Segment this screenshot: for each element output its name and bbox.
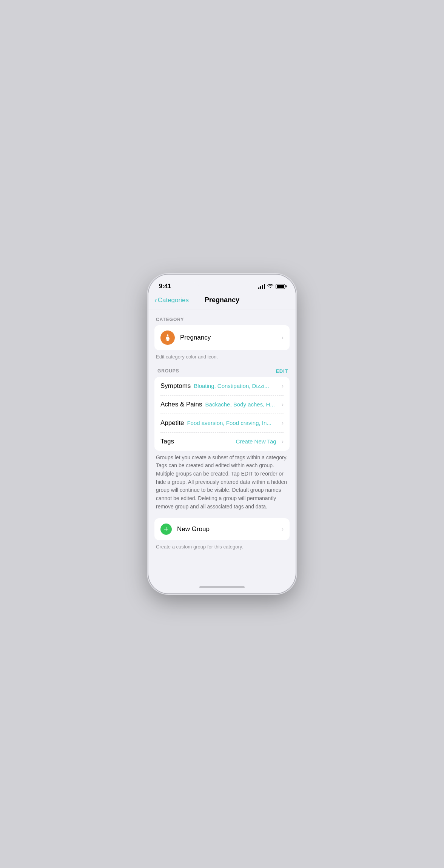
new-group-card: + New Group › (154, 518, 290, 540)
back-chevron-icon: ‹ (154, 296, 157, 304)
appetite-tags: Food aversion, Food craving, In... (187, 420, 278, 426)
new-group-row[interactable]: + New Group › (154, 518, 290, 540)
pregnancy-svg (163, 334, 172, 342)
category-chevron-icon: › (282, 334, 284, 341)
category-card: Pregnancy › (154, 325, 290, 350)
tags-label: Tags (160, 438, 236, 445)
tags-chevron-icon: › (282, 438, 284, 445)
category-section-label: CATEGORY (154, 317, 290, 322)
status-icons (258, 283, 285, 289)
category-row[interactable]: Pregnancy › (154, 325, 290, 350)
create-new-tag-link[interactable]: Create New Tag (236, 438, 276, 445)
pregnancy-icon (160, 331, 175, 345)
page-title: Pregnancy (205, 296, 239, 304)
notch (194, 275, 250, 286)
new-group-hint: Create a custom group for this category. (154, 543, 290, 551)
groups-card: Symptoms Bloating, Constipation, Dizzi..… (154, 377, 290, 451)
symptoms-label: Symptoms (160, 382, 191, 390)
new-group-chevron-icon: › (282, 526, 284, 533)
battery-icon (276, 284, 285, 289)
symptoms-tags: Bloating, Constipation, Dizzi... (194, 383, 278, 389)
appetite-row[interactable]: Appetite Food aversion, Food craving, In… (154, 414, 290, 432)
signal-icon (258, 284, 265, 289)
symptoms-row[interactable]: Symptoms Bloating, Constipation, Dizzi..… (154, 377, 290, 395)
home-indicator (148, 581, 296, 593)
home-bar (199, 586, 245, 588)
aches-label: Aches & Pains (160, 401, 202, 408)
aches-chevron-icon: › (282, 401, 284, 408)
wifi-icon (267, 283, 273, 289)
back-button[interactable]: ‹ Categories (154, 296, 189, 304)
tags-row[interactable]: Tags Create New Tag › (154, 432, 290, 451)
symptoms-chevron-icon: › (282, 383, 284, 389)
svg-point-0 (167, 334, 169, 336)
scroll-content: CATEGORY Pregnancy › Edit category color… (148, 309, 296, 581)
edit-button[interactable]: EDIT (276, 368, 288, 374)
groups-description: Groups let you create a subset of tags w… (154, 454, 290, 511)
appetite-chevron-icon: › (282, 420, 284, 426)
phone-shell: 9:41 ‹ Categories (148, 275, 296, 593)
aches-tags: Backache, Body aches, H... (205, 401, 279, 408)
appetite-label: Appetite (160, 419, 184, 427)
groups-section-header: GROUPS EDIT (154, 368, 290, 374)
nav-bar: ‹ Categories Pregnancy (148, 293, 296, 309)
new-group-icon: + (160, 524, 172, 535)
aches-row[interactable]: Aches & Pains Backache, Body aches, H...… (154, 395, 290, 414)
status-time: 9:41 (159, 283, 171, 290)
category-hint: Edit category color and icon. (154, 353, 290, 361)
groups-section-label: GROUPS (156, 368, 179, 374)
category-name: Pregnancy (180, 334, 279, 341)
new-group-label: New Group (177, 525, 279, 533)
